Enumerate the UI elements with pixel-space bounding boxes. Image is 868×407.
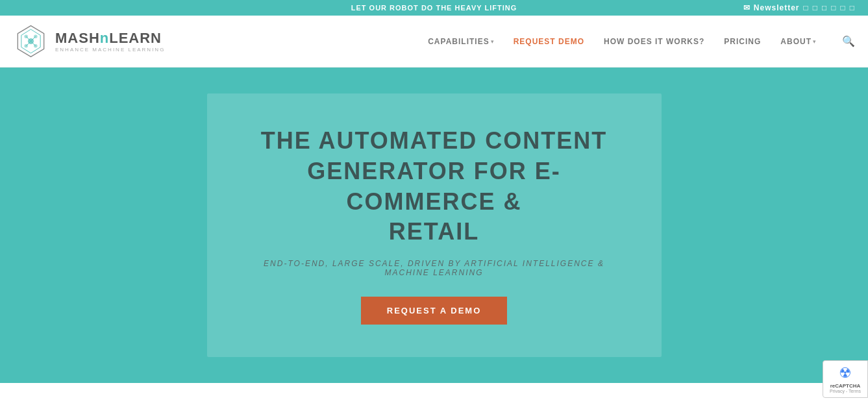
email-social-icon[interactable]: □ bbox=[841, 3, 846, 12]
recaptcha-label: reCAPTCHA bbox=[830, 383, 861, 389]
nav-item-capabilities[interactable]: CAPABILITIES ▾ bbox=[428, 37, 493, 46]
logo-text: MASHnLEARN ENHANCE MACHINE LEARNING bbox=[55, 30, 165, 53]
nav-pricing-link[interactable]: PRICING bbox=[724, 37, 761, 46]
header: MASHnLEARN ENHANCE MACHINE LEARNING CAPA… bbox=[0, 16, 868, 68]
email-icon: ✉ bbox=[743, 3, 750, 12]
nav-capabilities-link[interactable]: CAPABILITIES bbox=[428, 37, 489, 46]
newsletter-link[interactable]: ✉ Newsletter bbox=[743, 3, 799, 12]
hero-box: THE AUTOMATED CONTENT GENERATOR FOR E-CO… bbox=[207, 93, 662, 357]
youtube-icon[interactable]: □ bbox=[822, 3, 827, 12]
recaptcha-terms: Privacy - Terms bbox=[830, 389, 861, 393]
nav-how-link[interactable]: HOW DOES IT WORKS? bbox=[604, 37, 704, 46]
search-icon[interactable]: 🔍 bbox=[842, 35, 855, 47]
top-bar: LET OUR ROBOT DO THE HEAVY LIFTING ✉ New… bbox=[0, 0, 868, 16]
recaptcha-badge: ☢ reCAPTCHA Privacy - Terms bbox=[823, 360, 868, 398]
nav-about-link[interactable]: ABOUT bbox=[780, 37, 812, 46]
hero-subtitle: END-TO-END, LARGE SCALE, DRIVEN BY ARTIF… bbox=[259, 259, 610, 277]
twitter-icon[interactable]: □ bbox=[813, 3, 818, 12]
recaptcha-logo-icon: ☢ bbox=[839, 365, 852, 382]
hero-cta-button[interactable]: REQUEST A DEMO bbox=[361, 297, 508, 325]
top-bar-right: ✉ Newsletter □ □ □ □ □ □ bbox=[743, 3, 855, 12]
logo-name: MASHnLEARN bbox=[55, 30, 165, 47]
top-bar-message: LET OUR ROBOT DO THE HEAVY LIFTING bbox=[351, 4, 517, 12]
logo-area: MASHnLEARN ENHANCE MACHINE LEARNING bbox=[13, 23, 165, 59]
rss-icon[interactable]: □ bbox=[831, 3, 836, 12]
linkedin-icon[interactable]: □ bbox=[850, 3, 855, 12]
instagram-icon[interactable]: □ bbox=[804, 3, 809, 12]
about-arrow-icon: ▾ bbox=[813, 38, 816, 45]
nav-item-about[interactable]: ABOUT ▾ bbox=[780, 37, 816, 46]
logo-icon bbox=[13, 23, 49, 59]
hero-section: THE AUTOMATED CONTENT GENERATOR FOR E-CO… bbox=[0, 68, 868, 383]
hero-title: THE AUTOMATED CONTENT GENERATOR FOR E-CO… bbox=[259, 126, 610, 247]
nav-request-demo-link[interactable]: REQUEST DEMO bbox=[514, 37, 584, 46]
logo-tagline: ENHANCE MACHINE LEARNING bbox=[55, 47, 165, 53]
capabilities-arrow-icon: ▾ bbox=[491, 38, 494, 45]
main-nav: CAPABILITIES ▾ REQUEST DEMO HOW DOES IT … bbox=[428, 35, 855, 47]
features-section: FAST, SCALABLE & FULLYAUTOMATED..... Fin… bbox=[0, 383, 868, 407]
